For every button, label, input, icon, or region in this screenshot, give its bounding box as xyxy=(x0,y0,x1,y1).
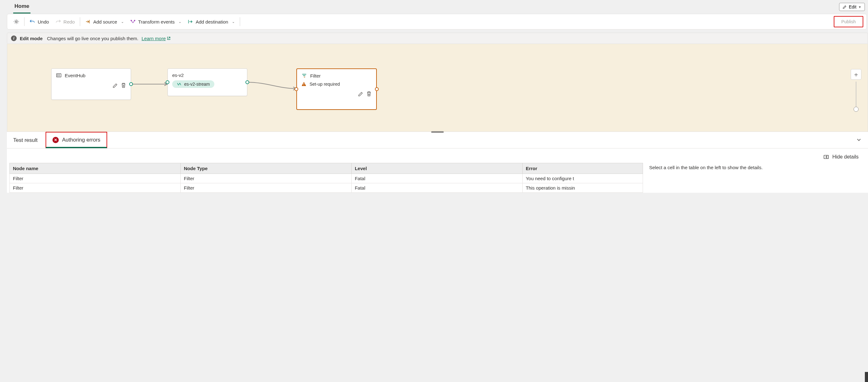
tab-test-result[interactable]: Test result xyxy=(7,133,44,147)
info-message: Changes will go live once you publish th… xyxy=(47,36,138,41)
source-icon xyxy=(85,19,91,25)
redo-button[interactable]: Redo xyxy=(52,17,78,26)
publish-button[interactable]: Publish xyxy=(834,16,863,27)
svg-rect-9 xyxy=(304,85,304,86)
add-source-label: Add source xyxy=(93,19,117,25)
cell-node-type[interactable]: Filter xyxy=(180,174,351,183)
toolbar: Undo Redo Add source ⌄ Transform events … xyxy=(7,14,867,30)
learn-more-label: Learn more xyxy=(142,36,166,41)
separator xyxy=(80,17,80,26)
table-row[interactable]: Filter Filter Fatal You need to configur… xyxy=(10,174,643,183)
chevron-down-icon xyxy=(856,137,862,142)
node-esv2-title: es-v2 xyxy=(172,72,184,78)
filter-icon xyxy=(301,73,307,78)
info-bar: i Edit mode Changes will go live once yo… xyxy=(7,33,868,44)
node-filter-title: Filter xyxy=(310,73,320,78)
edit-dropdown[interactable]: Edit ▼ xyxy=(839,3,865,11)
undo-icon xyxy=(30,19,35,25)
info-mode: Edit mode xyxy=(20,36,43,41)
connector-2 xyxy=(247,79,298,92)
svg-rect-7 xyxy=(59,76,60,76)
caret-down-icon: ▼ xyxy=(858,5,861,9)
pencil-icon xyxy=(842,5,847,9)
edit-label: Edit xyxy=(849,4,856,9)
edit-node-icon[interactable] xyxy=(113,82,118,88)
node-eventhub-title: EventHub xyxy=(65,73,86,78)
stream-chip[interactable]: es-v2-stream xyxy=(172,80,214,88)
port-out[interactable] xyxy=(375,87,379,91)
node-esv2[interactable]: es-v2 es-v2-stream xyxy=(167,68,247,96)
node-filter-warning: Set-up required xyxy=(310,81,340,86)
port-out[interactable] xyxy=(245,80,249,84)
svg-point-2 xyxy=(134,20,135,21)
separator xyxy=(24,17,25,26)
eventhub-icon xyxy=(56,72,62,78)
cell-node-type[interactable]: Filter xyxy=(180,183,351,193)
port-in[interactable] xyxy=(294,87,298,91)
cell-error[interactable]: This operation is missin xyxy=(522,183,643,193)
chevron-down-icon: ⌄ xyxy=(121,20,124,24)
cell-node-name[interactable]: Filter xyxy=(10,174,181,183)
delete-node-icon[interactable] xyxy=(121,82,126,88)
add-source-button[interactable]: Add source ⌄ xyxy=(82,17,127,26)
learn-more-link[interactable]: Learn more xyxy=(142,36,171,41)
chevron-down-icon: ⌄ xyxy=(179,20,181,24)
hide-details-button[interactable]: Hide details xyxy=(824,154,859,160)
destination-icon xyxy=(188,19,193,25)
settings-button[interactable] xyxy=(10,17,22,26)
hide-details-icon xyxy=(824,154,829,160)
cell-level[interactable]: Fatal xyxy=(351,183,522,193)
port-out[interactable] xyxy=(129,82,133,86)
col-level[interactable]: Level xyxy=(351,163,522,174)
panel-resize-handle[interactable] xyxy=(431,131,444,133)
tab-authoring-errors-label: Authoring errors xyxy=(62,137,100,143)
redo-icon xyxy=(55,19,61,25)
separator xyxy=(240,17,240,26)
svg-rect-4 xyxy=(58,74,58,75)
add-destination-label: Add destination xyxy=(196,19,228,25)
transform-button[interactable]: Transform events ⌄ xyxy=(127,17,184,26)
cell-error[interactable]: You need to configure t xyxy=(522,174,643,183)
redo-label: Redo xyxy=(63,19,75,25)
svg-rect-5 xyxy=(58,76,58,76)
zoom-slider-track[interactable] xyxy=(856,81,856,110)
svg-point-1 xyxy=(131,20,132,21)
tab-authoring-errors[interactable]: ✕ Authoring errors xyxy=(45,132,107,148)
col-node-type[interactable]: Node Type xyxy=(180,163,351,174)
node-filter[interactable]: Filter Set-up required xyxy=(296,68,377,110)
port-in[interactable] xyxy=(166,80,169,84)
zoom-slider-thumb[interactable] xyxy=(854,107,859,112)
svg-rect-6 xyxy=(59,74,60,75)
hide-details-label: Hide details xyxy=(832,154,859,160)
cell-level[interactable]: Fatal xyxy=(351,174,522,183)
table-row[interactable]: Filter Filter Fatal This operation is mi… xyxy=(10,183,643,193)
edit-node-icon[interactable] xyxy=(358,91,364,97)
add-destination-button[interactable]: Add destination ⌄ xyxy=(184,17,238,26)
stream-chip-label: es-v2-stream xyxy=(184,81,210,86)
delete-node-icon[interactable] xyxy=(366,91,372,97)
scrollbar[interactable] xyxy=(865,0,868,199)
svg-rect-8 xyxy=(304,83,304,85)
chevron-down-icon: ⌄ xyxy=(232,20,235,24)
tab-home[interactable]: Home xyxy=(13,1,30,13)
table-header-row: Node name Node Type Level Error xyxy=(10,163,643,174)
undo-label: Undo xyxy=(38,19,49,25)
error-badge-icon: ✕ xyxy=(53,137,59,143)
info-icon: i xyxy=(11,35,17,41)
warning-icon xyxy=(301,81,306,86)
plus-icon: ＋ xyxy=(853,70,859,79)
canvas[interactable]: EventHub es-v2 es-v2-stream xyxy=(7,44,868,132)
external-link-icon xyxy=(167,36,170,40)
add-node-button[interactable]: ＋ xyxy=(851,69,861,80)
svg-point-0 xyxy=(16,21,17,22)
node-eventhub[interactable]: EventHub xyxy=(51,68,131,100)
col-node-name[interactable]: Node name xyxy=(10,163,181,174)
transform-label: Transform events xyxy=(138,19,175,25)
stream-icon xyxy=(177,81,182,86)
cell-node-name[interactable]: Filter xyxy=(10,183,181,193)
details-help-text: Select a cell in the table on the left t… xyxy=(649,163,866,193)
col-error[interactable]: Error xyxy=(522,163,643,174)
connector-1 xyxy=(131,81,169,87)
svg-rect-3 xyxy=(57,74,61,77)
undo-button[interactable]: Undo xyxy=(26,17,52,26)
